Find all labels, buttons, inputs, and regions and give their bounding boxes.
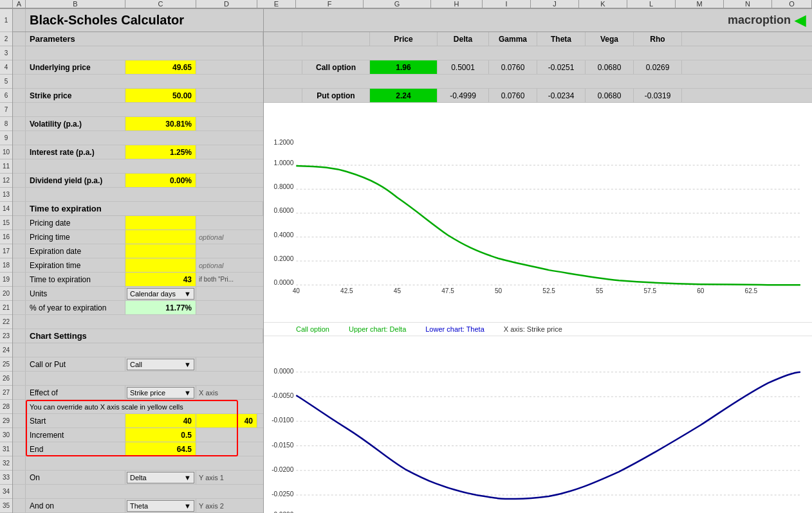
row-num-6: 6 <box>0 89 12 103</box>
put-results-rest <box>682 89 812 102</box>
row-num-9: 9 <box>0 131 12 145</box>
row13-A <box>13 188 26 201</box>
time-to-expiration-value[interactable]: 43 <box>125 273 196 286</box>
col-header-B: B <box>26 0 125 8</box>
row27-A <box>13 386 26 399</box>
results-header-empty1 <box>264 32 302 46</box>
pct-year-row: % of year to expiration 11.77% <box>13 301 263 315</box>
row-num-20: 20 <box>0 287 12 301</box>
row7-rest <box>26 103 263 116</box>
row-num-33: 33 <box>0 471 12 485</box>
underlying-price-row: Underlying price 49.65 <box>13 60 263 75</box>
row-num-14: 14 <box>0 202 12 216</box>
upper-chart-label: Upper chart: Delta <box>349 325 406 333</box>
end-value[interactable]: 64.5 <box>125 442 196 456</box>
put-theta: -0.0234 <box>537 89 586 102</box>
put-option-label: Put option <box>302 89 370 102</box>
row-num-27: 27 <box>0 386 12 400</box>
underlying-price-value[interactable]: 49.65 <box>125 60 196 74</box>
col-headers: A B C D E F G H I J K L M N O <box>0 0 812 9</box>
units-dropdown[interactable]: Calendar days ▼ <box>125 287 196 300</box>
row15-A <box>13 216 26 230</box>
end-row: End 64.5 <box>13 442 263 456</box>
col-header-G: G <box>364 0 431 8</box>
svg-text:40: 40 <box>293 287 300 294</box>
pricing-date-value[interactable] <box>125 216 196 230</box>
put-rho: -0.0319 <box>634 89 682 102</box>
lower-chart-svg: 0.0000 -0.0050 -0.0100 -0.0150 -0.0200 -… <box>269 336 807 513</box>
col-header-M: M <box>676 0 724 8</box>
svg-text:0.0000: 0.0000 <box>273 368 293 375</box>
row-num-8: 8 <box>0 117 12 131</box>
svg-text:42.5: 42.5 <box>340 287 353 294</box>
row22-A <box>13 315 26 328</box>
units-value: Calendar days <box>130 290 184 298</box>
row-num-28: 28 <box>0 400 12 414</box>
col-header-N: N <box>724 0 772 8</box>
x-axis-label: X axis <box>196 386 263 399</box>
row-num-5: 5 <box>0 75 12 89</box>
svg-text:50: 50 <box>495 287 503 294</box>
start-row: Start 40 40 <box>13 414 263 428</box>
y-axis-2: Y axis 2 <box>196 499 263 512</box>
row5-A <box>13 75 26 88</box>
units-dropdown-arrow: ▼ <box>184 290 191 298</box>
row19-A <box>13 273 26 286</box>
row-num-1: 1 <box>0 9 12 32</box>
increment-value[interactable]: 0.5 <box>125 428 196 442</box>
row-numbers: 1 2 3 4 5 6 7 8 9 10 11 12 13 14 15 16 1… <box>0 9 13 513</box>
on-row: On Delta ▼ Y axis 1 <box>13 471 263 485</box>
underlying-price-label: Underlying price <box>26 60 125 74</box>
row11 <box>13 159 263 174</box>
logo-icon: ◀ <box>795 12 806 29</box>
on-arrow: ▼ <box>184 474 191 482</box>
row5 <box>13 75 263 89</box>
strike-price-value[interactable]: 50.00 <box>125 89 196 102</box>
results-header-rho: Rho <box>634 32 682 46</box>
col-header-C: C <box>125 0 196 8</box>
results-header-gamma: Gamma <box>489 32 537 46</box>
row31-rest <box>196 442 263 456</box>
units-row: Units Calendar days ▼ <box>13 287 263 301</box>
row30-A <box>13 428 26 442</box>
volatility-label: Volatility (p.a.) <box>26 117 125 130</box>
time-expiration-header-row: Time to expiration <box>13 202 263 216</box>
on-dropdown[interactable]: Delta ▼ <box>125 471 196 484</box>
start-value2[interactable]: 40 <box>196 414 257 428</box>
row9-rest <box>26 131 263 145</box>
delta-curve <box>296 166 800 285</box>
pricing-time-value[interactable] <box>125 230 196 244</box>
pricing-time-label: Pricing time <box>26 230 125 244</box>
row33-A <box>13 471 26 484</box>
parameters-header-row: Parameters <box>13 32 263 46</box>
dividend-yield-value[interactable]: 0.00% <box>125 174 196 187</box>
units-label: Units <box>26 287 125 300</box>
svg-text:47.5: 47.5 <box>441 287 454 294</box>
interest-rate-value[interactable]: 1.25% <box>125 145 196 159</box>
row-num-13: 13 <box>0 188 12 202</box>
effect-of-label: Effect of <box>26 386 125 399</box>
time-expiration-header: Time to expiration <box>26 202 263 215</box>
row26-A <box>13 372 26 385</box>
row24-A <box>13 343 26 357</box>
row-num-24: 24 <box>0 343 12 357</box>
lower-chart-container: 0.0000 -0.0050 -0.0100 -0.0150 -0.0200 -… <box>264 336 812 513</box>
and-on-dropdown[interactable]: Theta ▼ <box>125 499 196 512</box>
row17-A <box>13 244 26 258</box>
row23-A <box>13 329 26 343</box>
row26 <box>13 372 263 386</box>
svg-text:-0.0050: -0.0050 <box>272 392 294 399</box>
col-header-O: O <box>772 0 812 8</box>
start-value1[interactable]: 40 <box>125 414 196 428</box>
expiration-date-value[interactable] <box>125 244 196 258</box>
row-num-18: 18 <box>0 258 12 273</box>
row25-rest <box>196 357 263 371</box>
call-or-put-dropdown[interactable]: Call ▼ <box>125 357 196 371</box>
row35-A <box>13 499 26 512</box>
row10-A <box>13 145 26 159</box>
svg-text:52.5: 52.5 <box>542 287 555 294</box>
volatility-value[interactable]: 30.81% <box>125 117 196 130</box>
pricing-time-optional: optional <box>196 230 263 244</box>
effect-of-dropdown[interactable]: Strike price ▼ <box>125 386 196 399</box>
expiration-time-value[interactable] <box>125 258 196 272</box>
